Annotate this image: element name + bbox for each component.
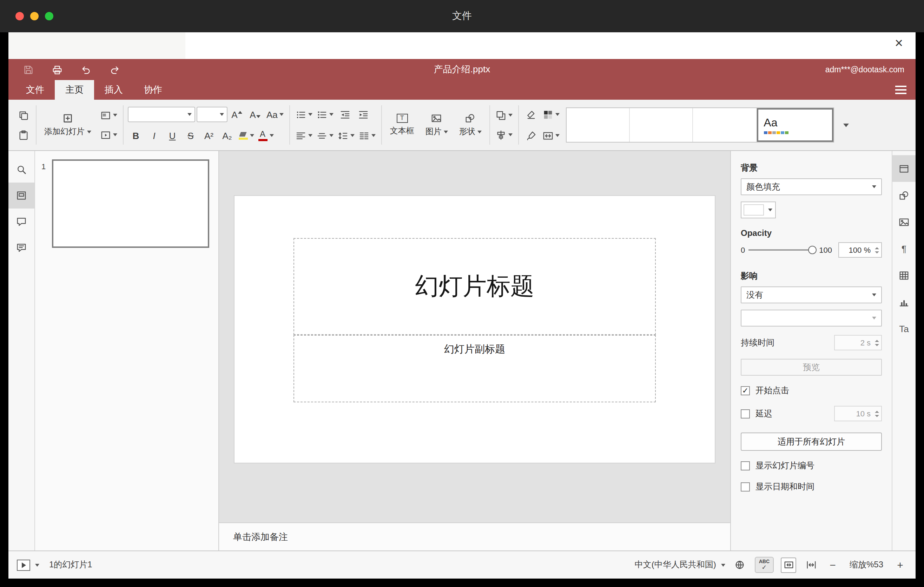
fit-to-slide-button[interactable] xyxy=(781,557,796,572)
arrange-shape-button[interactable] xyxy=(494,107,514,124)
change-case-button[interactable]: Aa xyxy=(265,106,285,123)
numbering-button[interactable] xyxy=(315,106,335,123)
start-on-click-checkbox[interactable]: ✓ xyxy=(741,386,750,395)
show-slide-number-checkbox[interactable] xyxy=(741,461,750,470)
paste-button[interactable] xyxy=(15,126,31,143)
theme-tile[interactable] xyxy=(630,108,693,142)
notes-area[interactable]: 单击添加备注 xyxy=(219,523,730,551)
print-button[interactable] xyxy=(48,61,65,78)
tab-collaboration[interactable]: 协作 xyxy=(134,80,173,100)
delay-spinner[interactable]: 10 s xyxy=(834,406,882,421)
strikeout-button[interactable]: S xyxy=(182,127,199,144)
slide-size-button[interactable] xyxy=(541,127,561,144)
font-name-select[interactable] xyxy=(127,107,195,122)
color-scheme-button[interactable] xyxy=(541,106,561,123)
horizontal-align-button[interactable] xyxy=(295,127,314,144)
shape-settings-button[interactable] xyxy=(893,182,916,209)
start-slideshow-button[interactable] xyxy=(99,126,118,143)
show-date-time-label: 显示日期和时间 xyxy=(756,481,815,493)
theme-tile-selected[interactable]: Aa xyxy=(757,108,833,142)
search-button[interactable] xyxy=(8,157,35,183)
fill-type-select[interactable]: 颜色填充 xyxy=(741,178,882,195)
slide[interactable]: 幻灯片标题 幻灯片副标题 xyxy=(234,196,715,463)
title-placeholder[interactable]: 幻灯片标题 xyxy=(294,238,656,335)
bold-button[interactable]: B xyxy=(127,127,144,144)
slide-canvas[interactable]: 幻灯片标题 幻灯片副标题 xyxy=(219,151,730,523)
tab-insert[interactable]: 插入 xyxy=(94,80,134,100)
table-settings-button[interactable] xyxy=(893,262,916,289)
copy-style-button[interactable] xyxy=(523,127,540,144)
subscript-button[interactable]: A₂ xyxy=(219,127,236,144)
copy-button[interactable] xyxy=(15,107,31,124)
clear-style-button[interactable] xyxy=(523,106,540,123)
comments-button[interactable] xyxy=(8,209,35,234)
set-language-button[interactable] xyxy=(732,557,748,572)
slides-panel-button[interactable] xyxy=(8,183,35,209)
opacity-spinner[interactable]: 100 % xyxy=(838,242,882,258)
fit-to-width-button[interactable] xyxy=(803,557,819,572)
more-themes-button[interactable] xyxy=(837,107,855,143)
show-date-time-checkbox[interactable] xyxy=(741,482,750,491)
spinner-arrows[interactable] xyxy=(872,243,881,257)
increase-indent-button[interactable] xyxy=(355,106,372,123)
feedback-button[interactable] xyxy=(8,234,35,261)
delay-checkbox[interactable] xyxy=(741,409,750,418)
decrease-font-button[interactable]: A xyxy=(247,106,264,123)
subtitle-placeholder[interactable]: 幻灯片副标题 xyxy=(294,335,656,402)
line-spacing-button[interactable] xyxy=(337,127,356,144)
theme-tile[interactable] xyxy=(693,108,757,142)
insert-image-button[interactable]: 图片 xyxy=(420,112,454,139)
theme-tile[interactable] xyxy=(567,108,630,142)
effect-type-select[interactable] xyxy=(741,310,882,326)
slide-layout-button[interactable] xyxy=(99,107,118,124)
language-select[interactable]: 中文(中华人民共和国) xyxy=(635,559,725,571)
vertical-align-button[interactable] xyxy=(315,127,335,144)
increase-font-button[interactable]: A xyxy=(229,106,246,123)
insert-textbox-button[interactable]: T 文本框 xyxy=(384,112,420,138)
zoom-in-button[interactable]: + xyxy=(893,559,907,571)
paragraph-settings-button[interactable]: ¶ xyxy=(893,235,916,262)
chart-settings-button[interactable] xyxy=(893,289,916,315)
font-size-select[interactable] xyxy=(196,107,227,122)
opacity-slider[interactable] xyxy=(749,244,815,256)
tab-home[interactable]: 主页 xyxy=(55,80,94,100)
slider-handle[interactable] xyxy=(808,246,816,254)
spinner-arrows[interactable] xyxy=(872,407,881,420)
spellcheck-button[interactable]: ABC ✓ xyxy=(755,557,774,573)
insert-shape-button[interactable]: 形状 xyxy=(454,112,487,139)
add-slide-button[interactable]: 添加幻灯片 xyxy=(39,112,97,139)
play-icon xyxy=(17,559,30,571)
close-icon[interactable]: × xyxy=(895,36,903,50)
image-settings-button[interactable] xyxy=(893,209,916,235)
duration-spinner[interactable]: 2 s xyxy=(834,335,882,350)
indent-icon xyxy=(358,109,369,120)
spinner-arrows[interactable] xyxy=(872,336,881,350)
align-shape-button[interactable] xyxy=(494,126,514,143)
start-slideshow-status-button[interactable] xyxy=(17,559,39,571)
tab-file[interactable]: 文件 xyxy=(15,80,55,100)
slide-thumbnail[interactable] xyxy=(52,159,209,248)
minimize-window-button[interactable] xyxy=(30,12,39,20)
zoom-out-button[interactable]: − xyxy=(826,559,840,571)
underline-button[interactable]: U xyxy=(164,127,181,144)
save-button[interactable] xyxy=(20,61,36,78)
italic-button[interactable]: I xyxy=(146,127,163,144)
zoom-window-button[interactable] xyxy=(45,12,53,20)
redo-button[interactable] xyxy=(106,61,123,78)
preview-button[interactable]: 预览 xyxy=(741,359,882,376)
textart-settings-button[interactable]: Ta xyxy=(893,315,916,342)
bullets-button[interactable] xyxy=(295,106,314,123)
columns-button[interactable] xyxy=(358,127,378,144)
spellcheck-abc-label: ABC xyxy=(759,559,769,564)
effect-select[interactable]: 没有 xyxy=(741,287,882,303)
undo-button[interactable] xyxy=(77,61,94,78)
decrease-indent-button[interactable] xyxy=(337,106,353,123)
font-color-button[interactable]: A xyxy=(257,127,275,144)
apply-to-all-button[interactable]: 适用于所有幻灯片 xyxy=(741,432,882,451)
superscript-button[interactable]: A² xyxy=(200,127,217,144)
highlight-color-button[interactable] xyxy=(237,127,255,144)
slide-settings-button[interactable] xyxy=(893,155,916,182)
close-window-button[interactable] xyxy=(15,12,24,20)
menu-icon[interactable] xyxy=(893,84,909,96)
fill-color-select[interactable] xyxy=(741,201,776,218)
